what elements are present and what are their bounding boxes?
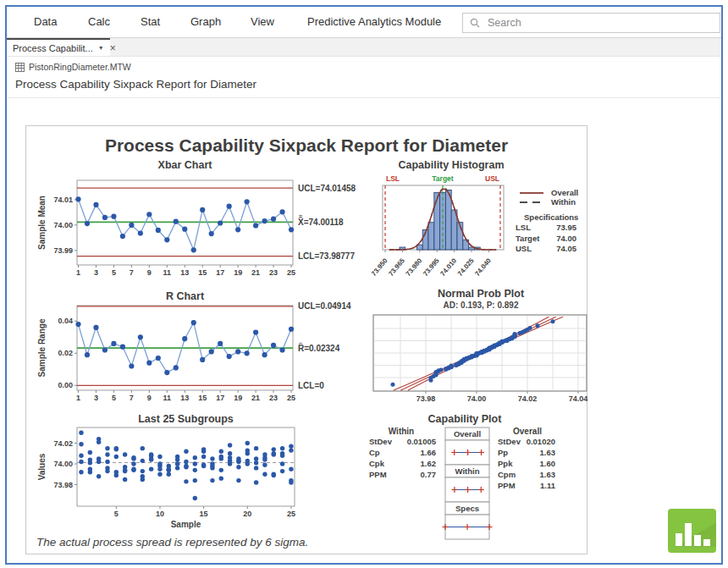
svg-text:74.010: 74.010 [439, 256, 459, 278]
sixpack-main-title: Process Capability Sixpack Report for Di… [26, 135, 587, 156]
svg-text:1.66: 1.66 [421, 448, 437, 457]
svg-text:LCL=0: LCL=0 [298, 381, 324, 390]
sixpack-report-canvas: Process Capability Sixpack Report for Di… [25, 125, 587, 554]
svg-text:20: 20 [243, 510, 251, 518]
svg-text:19: 19 [234, 394, 242, 402]
svg-text:15: 15 [200, 510, 208, 518]
svg-text:73.95: 73.95 [556, 223, 576, 232]
svg-text:11: 11 [163, 268, 172, 277]
svg-text:StDev: StDev [498, 437, 521, 446]
svg-text:74.04: 74.04 [569, 394, 588, 403]
svg-text:74.00: 74.00 [556, 234, 576, 243]
svg-text:9: 9 [147, 268, 152, 277]
menu-bar: DataCalcStatGraphViewPredictive Analytic… [7, 7, 721, 38]
svg-text:74.00: 74.00 [467, 394, 487, 403]
svg-text:73.965: 73.965 [387, 256, 406, 278]
page-title: Process Capability Sixpack Report for Di… [15, 78, 256, 91]
menu-item-data[interactable]: Data [34, 15, 57, 28]
svg-text:PPM: PPM [498, 481, 516, 490]
svg-text:7: 7 [130, 268, 134, 277]
svg-text:USL: USL [485, 174, 499, 183]
svg-text:74.00: 74.00 [53, 221, 73, 229]
svg-text:1.62: 1.62 [421, 459, 437, 468]
svg-text:5: 5 [114, 510, 119, 518]
svg-text:Ppk: Ppk [498, 459, 513, 468]
svg-text:11: 11 [163, 394, 172, 402]
svg-text:73.995: 73.995 [422, 256, 441, 278]
svg-text:0.01020: 0.01020 [527, 437, 555, 446]
worksheet-name: PistonRingDiameter.MTW [29, 62, 131, 72]
search-input[interactable] [486, 16, 692, 30]
menu-item-calc[interactable]: Calc [88, 15, 110, 28]
minitab-logo-button[interactable] [668, 509, 716, 553]
svg-text:Within: Within [389, 427, 414, 436]
svg-text:Within: Within [455, 466, 480, 476]
svg-text:–: – [299, 339, 302, 345]
search-icon [470, 18, 480, 28]
worksheet-icon [15, 63, 25, 72]
svg-text:74.040: 74.040 [473, 256, 493, 278]
menu-item-view[interactable]: View [251, 15, 274, 28]
svg-text:5: 5 [112, 268, 116, 277]
svg-text:74.02: 74.02 [518, 394, 538, 403]
menu-item-predictive-analytics-module[interactable]: Predictive Analytics Module [307, 15, 441, 28]
svg-text:15: 15 [198, 268, 207, 277]
svg-text:LSL: LSL [516, 223, 531, 232]
r-chart: R ChartSample Range0.040.020.00135791113… [33, 287, 375, 414]
separator [7, 97, 721, 98]
svg-text:25: 25 [287, 510, 295, 518]
svg-text:21: 21 [251, 268, 260, 277]
svg-text:25: 25 [287, 394, 295, 402]
svg-text:Cpk: Cpk [369, 459, 385, 468]
svg-text:0.01005: 0.01005 [407, 437, 437, 446]
app-window: DataCalcStatGraphViewPredictive Analytic… [5, 5, 723, 565]
svg-text:Capability Histogram: Capability Histogram [398, 159, 504, 171]
svg-text:R=0.02324: R=0.02324 [298, 344, 340, 353]
svg-text:Specs: Specs [455, 504, 479, 513]
svg-text:1.60: 1.60 [540, 459, 556, 468]
svg-text:=: = [299, 213, 302, 219]
svg-text:StDev: StDev [369, 437, 393, 446]
normal-prob-plot: Normal Prob PlotAD: 0.193, P: 0.89273.98… [370, 287, 592, 414]
svg-text:Last 25 Subgroups: Last 25 Subgroups [138, 414, 234, 425]
svg-text:1.11: 1.11 [540, 481, 556, 490]
close-icon[interactable]: × [110, 44, 116, 52]
svg-text:Sample: Sample [171, 520, 201, 529]
svg-text:74.05: 74.05 [556, 244, 576, 253]
svg-text:R Chart: R Chart [166, 290, 205, 302]
svg-text:13: 13 [180, 268, 189, 277]
svg-text:X=74.00118: X=74.00118 [298, 218, 344, 227]
svg-text:0.02: 0.02 [58, 349, 73, 357]
menu-item-stat[interactable]: Stat [141, 15, 160, 28]
chevron-down-icon[interactable]: ▼ [98, 45, 104, 51]
svg-text:LCL=73.98777: LCL=73.98777 [298, 251, 355, 261]
svg-text:7: 7 [130, 394, 134, 402]
svg-text:73.99: 73.99 [53, 246, 73, 255]
svg-text:Normal Prob Plot: Normal Prob Plot [438, 288, 525, 300]
tab-title: Process Capabilit... [13, 43, 93, 53]
svg-text:Specifications: Specifications [524, 212, 578, 222]
footnote: The actual process spread is represented… [36, 536, 308, 549]
svg-text:Target: Target [432, 174, 454, 183]
svg-text:17: 17 [216, 394, 224, 402]
svg-text:Overall: Overall [551, 188, 578, 197]
svg-text:21: 21 [251, 394, 260, 402]
svg-text:Values: Values [37, 453, 47, 480]
svg-text:Sample Range: Sample Range [37, 318, 47, 377]
svg-text:74.01: 74.01 [53, 196, 73, 204]
tab-process-capability[interactable]: Process Capabilit... ▼ × [7, 38, 110, 56]
xbar-chart: Xbar ChartSample Mean74.0174.0073.991357… [33, 156, 375, 283]
svg-text:10: 10 [156, 510, 164, 518]
svg-text:19: 19 [234, 268, 242, 277]
svg-text:73.98: 73.98 [416, 394, 436, 403]
svg-text:Target: Target [516, 234, 540, 243]
svg-text:17: 17 [216, 268, 224, 277]
bar-chart-icon [668, 509, 716, 553]
svg-text:3: 3 [94, 268, 98, 277]
tab-bar: Process Capabilit... ▼ × [7, 38, 721, 57]
menu-item-graph[interactable]: Graph [190, 15, 221, 28]
svg-text:1: 1 [76, 394, 80, 402]
search-box[interactable] [462, 13, 720, 33]
svg-text:23: 23 [269, 268, 278, 277]
svg-text:UCL=0.04914: UCL=0.04914 [298, 301, 351, 311]
